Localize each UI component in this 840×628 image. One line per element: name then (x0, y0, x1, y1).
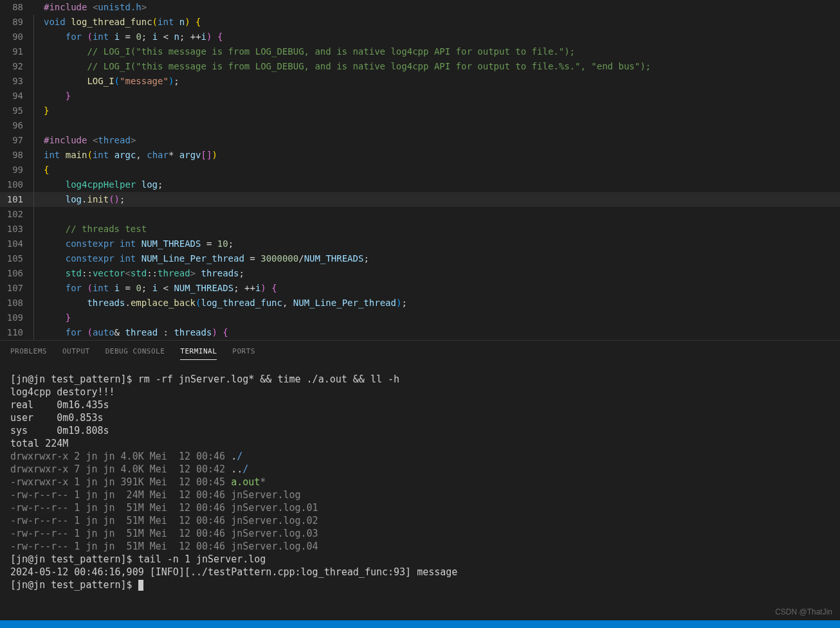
fold-gutter (32, 59, 41, 74)
code-content[interactable]: { (41, 163, 840, 177)
code-content[interactable]: constexpr int NUM_THREADS = 10; (41, 237, 840, 251)
line-number: 92 (0, 59, 32, 74)
panel: PROBLEMSOUTPUTDEBUG CONSOLETERMINALPORTS… (0, 340, 840, 620)
line-number: 101 (0, 192, 32, 207)
line-number: 100 (0, 177, 32, 192)
code-content[interactable]: threads.emplace_back(log_thread_func, NU… (41, 296, 840, 310)
panel-tab-ports[interactable]: PORTS (232, 347, 255, 360)
fold-gutter (32, 30, 41, 44)
code-content[interactable]: for (auto& thread : threads) { (41, 325, 840, 340)
line-number: 93 (0, 74, 32, 89)
code-line[interactable]: 110 for (auto& thread : threads) { (0, 325, 840, 340)
code-content[interactable]: void log_thread_func(int n) { (41, 15, 840, 30)
code-editor[interactable]: 88#include <unistd.h>89void log_thread_f… (0, 0, 840, 340)
terminal-cursor (138, 580, 143, 591)
terminal-line: [jn@jn test_pattern]$ rm -rf jnServer.lo… (10, 373, 830, 386)
code-content[interactable]: log.init(); (41, 192, 840, 207)
line-number: 97 (0, 133, 32, 148)
code-line[interactable]: 90 for (int i = 0; i < n; ++i) { (0, 30, 840, 44)
code-line[interactable]: 108 threads.emplace_back(log_thread_func… (0, 296, 840, 310)
code-content[interactable]: LOG_I("message"); (41, 74, 840, 89)
fold-gutter (32, 148, 41, 163)
terminal-line: log4cpp destory!!! (10, 386, 830, 399)
code-content[interactable] (41, 207, 840, 222)
panel-tab-output[interactable]: OUTPUT (62, 347, 90, 360)
line-number: 102 (0, 207, 32, 222)
code-line[interactable]: 102 (0, 207, 840, 222)
line-number: 108 (0, 296, 32, 310)
code-line[interactable]: 88#include <unistd.h> (0, 0, 840, 15)
code-line[interactable]: 100 log4cppHelper log; (0, 177, 840, 192)
terminal-output[interactable]: [jn@jn test_pattern]$ rm -rf jnServer.lo… (0, 363, 840, 620)
code-line[interactable]: 93 LOG_I("message"); (0, 74, 840, 89)
code-line[interactable]: 97#include <thread> (0, 133, 840, 148)
code-line[interactable]: 98int main(int argc, char* argv[]) (0, 148, 840, 163)
code-line[interactable]: 105 constexpr int NUM_Line_Per_thread = … (0, 251, 840, 266)
code-content[interactable]: // LOG_I("this message is from LOG_DEBUG… (41, 44, 840, 59)
terminal-line: -rw-r--r-- 1 jn jn 51M Mei 12 00:46 jnSe… (10, 501, 830, 514)
code-line[interactable]: 109 } (0, 310, 840, 325)
fold-gutter (32, 237, 41, 251)
fold-gutter (32, 281, 41, 296)
code-content[interactable]: log4cppHelper log; (41, 177, 840, 192)
fold-gutter (32, 0, 41, 15)
watermark: CSDN @ThatJin (775, 607, 832, 616)
fold-gutter (32, 177, 41, 192)
terminal-line: -rw-r--r-- 1 jn jn 51M Mei 12 00:46 jnSe… (10, 527, 830, 540)
fold-gutter (32, 192, 41, 207)
line-number: 96 (0, 118, 32, 133)
code-content[interactable]: int main(int argc, char* argv[]) (41, 148, 840, 163)
code-content[interactable]: // threads test (41, 222, 840, 237)
line-number: 104 (0, 237, 32, 251)
fold-gutter (32, 296, 41, 310)
code-line[interactable]: 94 } (0, 89, 840, 103)
fold-gutter (32, 207, 41, 222)
line-number: 89 (0, 15, 32, 30)
code-content[interactable]: } (41, 103, 840, 118)
terminal-line: [jn@jn test_pattern]$ tail -n 1 jnServer… (10, 553, 830, 566)
line-number: 88 (0, 0, 32, 15)
line-number: 110 (0, 325, 32, 340)
terminal-line: -rw-r--r-- 1 jn jn 51M Mei 12 00:46 jnSe… (10, 514, 830, 527)
line-number: 94 (0, 89, 32, 103)
code-content[interactable]: constexpr int NUM_Line_Per_thread = 3000… (41, 251, 840, 266)
fold-gutter (32, 251, 41, 266)
code-line[interactable]: 101 log.init(); (0, 192, 840, 207)
code-line[interactable]: 106 std::vector<std::thread> threads; (0, 266, 840, 281)
code-line[interactable]: 104 constexpr int NUM_THREADS = 10; (0, 237, 840, 251)
code-line[interactable]: 99{ (0, 163, 840, 177)
fold-gutter (32, 74, 41, 89)
code-content[interactable]: for (int i = 0; i < NUM_THREADS; ++i) { (41, 281, 840, 296)
status-bar[interactable] (0, 620, 840, 628)
terminal-line: total 224M (10, 437, 830, 450)
code-line[interactable]: 92 // LOG_I("this message is from LOG_DE… (0, 59, 840, 74)
code-content[interactable]: #include <unistd.h> (41, 0, 840, 15)
code-content[interactable]: } (41, 310, 840, 325)
code-content[interactable] (41, 118, 840, 133)
code-line[interactable]: 107 for (int i = 0; i < NUM_THREADS; ++i… (0, 281, 840, 296)
terminal-line: 2024-05-12 00:46:16,909 [INFO][../testPa… (10, 566, 830, 579)
code-content[interactable]: std::vector<std::thread> threads; (41, 266, 840, 281)
code-line[interactable]: 96 (0, 118, 840, 133)
fold-gutter (32, 163, 41, 177)
line-number: 90 (0, 30, 32, 44)
panel-tab-problems[interactable]: PROBLEMS (10, 347, 47, 360)
terminal-line: -rw-r--r-- 1 jn jn 24M Mei 12 00:46 jnSe… (10, 489, 830, 501)
panel-tabs: PROBLEMSOUTPUTDEBUG CONSOLETERMINALPORTS (0, 341, 840, 363)
code-content[interactable]: for (int i = 0; i < n; ++i) { (41, 30, 840, 44)
terminal-line: -rw-r--r-- 1 jn jn 51M Mei 12 00:46 jnSe… (10, 540, 830, 553)
code-content[interactable]: #include <thread> (41, 133, 840, 148)
terminal-line: -rwxrwxr-x 1 jn jn 391K Mei 12 00:45 a.o… (10, 476, 830, 489)
panel-tab-terminal[interactable]: TERMINAL (180, 347, 217, 360)
line-number: 107 (0, 281, 32, 296)
code-content[interactable]: // LOG_I("this message is from LOG_DEBUG… (41, 59, 840, 74)
fold-gutter (32, 118, 41, 133)
code-content[interactable]: } (41, 89, 840, 103)
line-number: 98 (0, 148, 32, 163)
code-line[interactable]: 89void log_thread_func(int n) { (0, 15, 840, 30)
code-line[interactable]: 95} (0, 103, 840, 118)
line-number: 91 (0, 44, 32, 59)
code-line[interactable]: 91 // LOG_I("this message is from LOG_DE… (0, 44, 840, 59)
code-line[interactable]: 103 // threads test (0, 222, 840, 237)
panel-tab-debug-console[interactable]: DEBUG CONSOLE (105, 347, 165, 360)
